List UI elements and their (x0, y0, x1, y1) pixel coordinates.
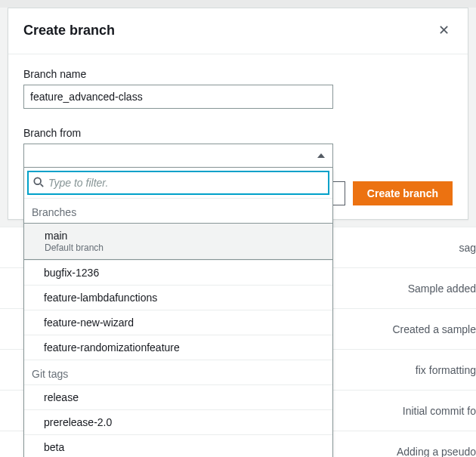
svg-point-0 (34, 178, 41, 184)
modal-title: Create branch (23, 23, 115, 39)
branch-from-label: Branch from (23, 127, 453, 139)
branch-option[interactable]: feature-lambdafunctions (24, 285, 332, 310)
tag-option[interactable]: release (24, 384, 332, 409)
group-label-tags: Git tags (24, 360, 332, 384)
close-button[interactable]: ✕ (435, 20, 453, 40)
tag-option[interactable]: prerelease-2.0 (24, 409, 332, 434)
branch-option[interactable]: feature-randomizationfeature (24, 335, 332, 360)
branch-from-dropdown: Branches main Default branch bugfix-1236… (23, 168, 333, 457)
create-branch-modal: Create branch ✕ Branch name Branch from (8, 8, 468, 220)
search-icon (33, 177, 44, 190)
create-branch-button[interactable]: Create branch (353, 181, 453, 205)
branch-option-main[interactable]: main Default branch (23, 223, 333, 260)
close-icon: ✕ (438, 23, 450, 38)
branch-option[interactable]: bugfix-1236 (24, 260, 332, 285)
branch-option[interactable]: feature-new-wizard (24, 310, 332, 335)
branch-name-label: Branch name (23, 68, 453, 80)
branch-name-input[interactable] (23, 85, 333, 109)
group-label-branches: Branches (24, 198, 332, 223)
filter-input[interactable] (48, 177, 323, 189)
svg-line-1 (41, 184, 44, 187)
caret-up-icon (317, 153, 325, 158)
tag-option[interactable]: beta (24, 434, 332, 457)
branch-from-select[interactable] (23, 144, 333, 168)
